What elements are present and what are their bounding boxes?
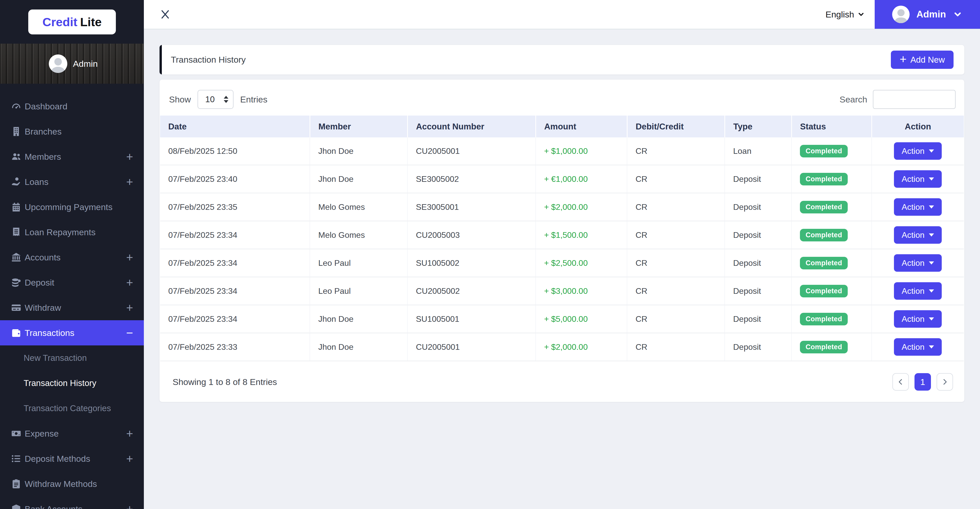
sidebar-item-withdraw-methods[interactable]: Withdraw Methods bbox=[0, 471, 144, 496]
sidebar-item-upcomming-payments[interactable]: Upcomming Payments bbox=[0, 194, 144, 220]
sidebar-item-transactions[interactable]: Transactions− bbox=[0, 320, 144, 345]
sidebar-item-label: Deposit Methods bbox=[25, 454, 90, 464]
column-header-date: Date bbox=[160, 116, 310, 137]
entries-label: Entries bbox=[240, 94, 267, 105]
cell-type: Deposit bbox=[725, 249, 791, 277]
building-icon bbox=[11, 126, 22, 137]
cell-account-number: SE3005002 bbox=[407, 165, 536, 193]
cell-debit-credit: CR bbox=[627, 249, 725, 277]
action-dropdown-button[interactable]: Action bbox=[894, 142, 942, 160]
column-header-amount: Amount bbox=[536, 116, 627, 137]
table-controls: Show 10 Entries Search bbox=[159, 80, 964, 109]
wallet-icon bbox=[11, 328, 22, 338]
app-root: Credit Lite Admin DashboardBranchesMembe… bbox=[0, 0, 980, 509]
table-footer: Showing 1 to 8 of 8 Entries 1 bbox=[159, 361, 964, 391]
status-badge: Completed bbox=[800, 173, 848, 185]
brand-logo[interactable]: Credit Lite bbox=[28, 10, 116, 34]
sidebar-subitem-new-transaction[interactable]: New Transaction bbox=[0, 345, 144, 371]
action-dropdown-button[interactable]: Action bbox=[894, 282, 942, 300]
brand-name-primary: Credit bbox=[42, 15, 77, 29]
cell-member: Jhon Doe bbox=[310, 305, 407, 333]
chevron-down-icon bbox=[953, 10, 963, 19]
status-badge: Completed bbox=[800, 341, 848, 353]
table-row: 07/Feb/2025 23:33Jhon DoeCU2005001+ $2,0… bbox=[160, 333, 964, 361]
action-dropdown-button[interactable]: Action bbox=[894, 338, 942, 356]
caret-down-icon bbox=[929, 205, 934, 208]
sidebar-item-loans[interactable]: Loans+ bbox=[0, 169, 144, 194]
status-badge: Completed bbox=[800, 313, 848, 325]
select-stepper-icon bbox=[224, 96, 228, 103]
action-dropdown-button[interactable]: Action bbox=[894, 310, 942, 328]
cell-type: Deposit bbox=[725, 333, 791, 361]
search-label: Search bbox=[840, 94, 867, 105]
sidebar-item-label: Bank Accounts bbox=[25, 504, 83, 509]
pagination-page-1-button[interactable]: 1 bbox=[915, 373, 931, 391]
cell-amount: + €1,000.00 bbox=[536, 165, 627, 193]
user-avatar bbox=[892, 6, 910, 23]
table-row: 07/Feb/2025 23:34Melo GomesCU2005003+ $1… bbox=[160, 221, 964, 249]
sidebar-item-branches[interactable]: Branches bbox=[0, 119, 144, 144]
user-name: Admin bbox=[916, 9, 946, 20]
cell-type: Deposit bbox=[725, 305, 791, 333]
page-title: Transaction History bbox=[171, 55, 246, 65]
sidebar-subitem-transaction-history[interactable]: Transaction History bbox=[0, 371, 144, 396]
sidebar-item-label: Loan Repayments bbox=[25, 227, 95, 237]
action-dropdown-button[interactable]: Action bbox=[894, 254, 942, 272]
cell-account-number: CU2005002 bbox=[407, 277, 536, 305]
sidebar-item-label: Expense bbox=[25, 429, 59, 439]
search-input[interactable] bbox=[873, 90, 956, 109]
cell-account-number: SE3005001 bbox=[407, 193, 536, 221]
status-badge: Completed bbox=[800, 229, 848, 242]
action-dropdown-button[interactable]: Action bbox=[894, 198, 942, 216]
table-row: 07/Feb/2025 23:34Jhon DoeSU1005001+ $5,0… bbox=[160, 305, 964, 333]
add-new-button[interactable]: + Add New bbox=[891, 51, 953, 69]
pagination-prev-button[interactable] bbox=[892, 373, 909, 391]
sidebar-item-bank-accounts[interactable]: Bank Accounts+ bbox=[0, 496, 144, 509]
language-dropdown[interactable]: English bbox=[826, 10, 865, 19]
cell-amount: + $1,000.00 bbox=[536, 137, 627, 165]
profile-name: Admin bbox=[73, 59, 98, 69]
sidebar-close-icon[interactable] bbox=[159, 8, 171, 20]
cell-member: Melo Gomes bbox=[310, 221, 407, 249]
receipt-icon bbox=[11, 227, 22, 237]
sidebar-item-withdraw[interactable]: Withdraw+ bbox=[0, 295, 144, 320]
cell-action: Action bbox=[872, 333, 964, 361]
entries-select[interactable]: 10 bbox=[197, 90, 234, 109]
cell-member: Leo Paul bbox=[310, 277, 407, 305]
action-button-label: Action bbox=[902, 314, 924, 324]
sidebar-item-expense[interactable]: Expense+ bbox=[0, 421, 144, 446]
minus-icon: − bbox=[126, 327, 133, 339]
sidebar-item-label: Loans bbox=[25, 177, 49, 187]
pagination-next-button[interactable] bbox=[937, 373, 953, 391]
action-button-label: Action bbox=[902, 231, 924, 240]
search-control: Search bbox=[840, 90, 956, 109]
sidebar-item-deposit[interactable]: Deposit+ bbox=[0, 270, 144, 295]
action-dropdown-button[interactable]: Action bbox=[894, 170, 942, 188]
caret-down-icon bbox=[929, 177, 934, 181]
sidebar-item-members[interactable]: Members+ bbox=[0, 144, 144, 169]
sidebar-item-deposit-methods[interactable]: Deposit Methods+ bbox=[0, 446, 144, 471]
sidebar-subitem-transaction-categories[interactable]: Transaction Categories bbox=[0, 396, 144, 421]
bank-icon bbox=[11, 252, 22, 263]
shield-icon bbox=[11, 504, 22, 509]
cell-type: Deposit bbox=[725, 165, 791, 193]
caret-down-icon bbox=[929, 317, 934, 320]
cell-status: Completed bbox=[791, 137, 872, 165]
topbar-right: English Admin bbox=[826, 0, 980, 29]
cell-action: Action bbox=[872, 137, 964, 165]
status-badge: Completed bbox=[800, 201, 848, 213]
column-header-debit-credit: Debit/Credit bbox=[627, 116, 725, 137]
action-dropdown-button[interactable]: Action bbox=[894, 226, 942, 244]
cell-debit-credit: CR bbox=[627, 221, 725, 249]
sidebar-item-loan-repayments[interactable]: Loan Repayments bbox=[0, 220, 144, 245]
header-accent-bar bbox=[159, 45, 162, 75]
sidebar-item-label: Transactions bbox=[25, 328, 74, 338]
sidebar-item-dashboard[interactable]: Dashboard bbox=[0, 94, 144, 119]
sidebar-item-accounts[interactable]: Accounts+ bbox=[0, 245, 144, 270]
cell-debit-credit: CR bbox=[627, 305, 725, 333]
action-button-label: Action bbox=[902, 258, 924, 268]
entries-select-value: 10 bbox=[205, 94, 215, 104]
table-row: 07/Feb/2025 23:40Jhon DoeSE3005002+ €1,0… bbox=[160, 165, 964, 193]
user-menu[interactable]: Admin bbox=[875, 0, 980, 29]
sidebar-item-label: Deposit bbox=[25, 278, 54, 288]
